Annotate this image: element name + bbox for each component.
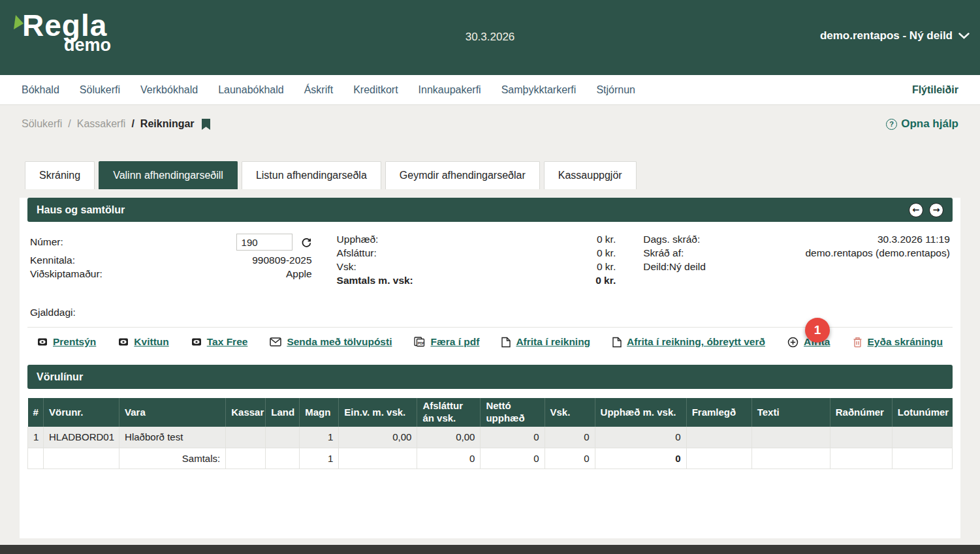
col-kassar[interactable]: Kassar	[226, 398, 266, 427]
totals-netto: 0	[481, 448, 545, 469]
next-record-button[interactable]: →	[929, 203, 943, 217]
nav-item-sampykktarkerfi[interactable]: Samþykktarkerfi	[501, 84, 577, 96]
chevron-down-icon	[958, 29, 970, 42]
totals-row: Samtals: 1 0 0 0 0	[28, 448, 953, 469]
fields-col-middle: Upphæð: 0 kr. Afsláttur: 0 kr. Vsk: 0 kr…	[337, 232, 644, 287]
nav-item-solukerfi[interactable]: Sölukerfi	[80, 84, 120, 96]
tab-valinn-afhendingarsedill[interactable]: Valinn afhendingarseðill	[99, 161, 238, 189]
cell-netto: 0	[481, 427, 545, 448]
receipt-preview-icon	[118, 337, 129, 347]
delete-entry-link[interactable]: Eyða skráningu	[853, 336, 943, 348]
svg-text:PDF: PDF	[418, 341, 424, 345]
print-preview-link[interactable]: Prentsýn	[37, 336, 96, 348]
totals-upphaed: 0	[595, 448, 686, 469]
col-einv[interactable]: Ein.v. m. vsk.	[339, 398, 417, 427]
vat-label: Vsk:	[337, 261, 356, 273]
invoice-card: Haus og samtölur ← → Númer:	[20, 198, 960, 538]
tab-listun-afhendingarsedla[interactable]: Listun afhendingarseðla	[242, 161, 381, 189]
breadcrumb-item-solukerfi[interactable]: Sölukerfi	[22, 118, 62, 130]
col-lotunumer[interactable]: Lotunúmer	[892, 398, 952, 427]
date-registered-value: 30.3.2026 11:19	[877, 234, 950, 245]
cell-afslattur: 0,00	[417, 427, 481, 448]
breadcrumb-separator: /	[125, 118, 140, 130]
col-magn[interactable]: Magn	[300, 398, 339, 427]
col-texti[interactable]: Texti	[751, 398, 830, 427]
nav-item-bokhald[interactable]: Bókhald	[22, 84, 59, 96]
breadcrumb-item-kassakerfi[interactable]: Kassakerfi	[77, 118, 126, 130]
summary-panel-header: Haus og samtölur ← →	[27, 198, 953, 222]
cell-einv: 0,00	[339, 427, 417, 448]
nav-item-launabokhald[interactable]: Launabókhald	[218, 84, 284, 96]
breadcrumb-separator: /	[62, 118, 76, 130]
col-netto[interactable]: Nettó upphæð	[481, 398, 545, 427]
cell-index: 1	[28, 427, 44, 448]
cell-land	[266, 427, 300, 448]
customer-label: Viðskiptamaður:	[30, 268, 103, 280]
col-land[interactable]: Land	[266, 398, 300, 427]
lines-table: # Vörunr. Vara Kassar Land Magn Ein.v. m…	[27, 398, 953, 469]
receipt-link[interactable]: Kvittun	[118, 336, 168, 348]
customer-value: Apple	[286, 268, 312, 280]
lines-table-wrap: # Vörunr. Vara Kassar Land Magn Ein.v. m…	[27, 398, 953, 469]
cell-magn: 1	[300, 427, 339, 448]
main-nav: Bókhald Sölukerfi Verkbókhald Launabókha…	[0, 75, 980, 105]
cell-vara: Hlaðborð test	[119, 427, 226, 448]
refresh-icon[interactable]	[301, 237, 312, 248]
tab-bar: Skráning Valinn afhendingarseðill Listun…	[25, 161, 960, 189]
breadcrumb: Sölukerfi / Kassakerfi / Reikningar ? Op…	[0, 105, 980, 131]
amount-label: Upphæð:	[337, 234, 379, 245]
total-value: 0 kr.	[595, 275, 616, 286]
summary-fields: Númer: Kennitala: 990809-2025 Viðskiptam…	[20, 222, 960, 287]
nav-item-kreditkort[interactable]: Kreditkort	[353, 84, 398, 96]
col-vsk[interactable]: Vsk.	[545, 398, 595, 427]
col-afslattur[interactable]: Afsláttur án vsk.	[417, 398, 481, 427]
tax-free-link[interactable]: Tax Free	[191, 336, 248, 348]
table-row[interactable]: 1 HLADBORD01 Hlaðborð test 1 0,00 0,00 0…	[28, 427, 953, 448]
bookmark-icon[interactable]	[201, 118, 211, 131]
previous-record-button[interactable]: ←	[909, 203, 923, 217]
nav-item-innkaupakerfi[interactable]: Innkaupakerfi	[419, 84, 481, 96]
cell-vorunr: HLADBORD01	[44, 427, 119, 448]
col-framlegd[interactable]: Framlegð	[686, 398, 751, 427]
tax-free-preview-icon	[191, 337, 202, 347]
vat-value: 0 kr.	[597, 261, 616, 273]
lines-panel-title: Vörulínur	[37, 371, 83, 383]
kennitala-value: 990809-2025	[252, 254, 311, 266]
plus-circle-icon	[787, 337, 798, 348]
registered-by-value: demo.rentapos (demo.rentapos)	[805, 247, 949, 259]
registered-by-label: Skráð af:	[643, 247, 684, 259]
open-help-link[interactable]: ? Opna hjálp	[886, 117, 958, 131]
tab-skraning[interactable]: Skráning	[25, 161, 95, 189]
number-input[interactable]	[236, 234, 292, 251]
tab-geymdir-afhendingarsedlar[interactable]: Geymdir afhendingarseðlar	[385, 161, 540, 189]
cell-framlegd	[686, 427, 751, 448]
help-label: Opna hjálp	[901, 117, 958, 131]
footer-strip	[0, 545, 980, 554]
col-vara[interactable]: Vara	[119, 398, 226, 427]
col-vorunr[interactable]: Vörunr.	[44, 398, 119, 427]
totals-label: Samtals:	[119, 448, 226, 469]
nav-item-verkbokhald[interactable]: Verkbókhald	[140, 84, 198, 96]
nav-item-askrift[interactable]: Áskrift	[304, 84, 333, 96]
copy-to-invoice-link[interactable]: Afrita í reikning	[501, 336, 590, 348]
col-radnumer[interactable]: Raðnúmer	[830, 398, 892, 427]
date-registered-label: Dags. skráð:	[643, 234, 700, 245]
cell-upphaed: 0	[595, 427, 686, 448]
copy-to-invoice-fixed-price-link[interactable]: Afrita í reikning, óbreytt verð	[612, 336, 765, 348]
cell-radnumer	[830, 427, 892, 448]
tab-kassauppgjor[interactable]: Kassauppgjör	[544, 161, 637, 189]
nav-item-stjornun[interactable]: Stjórnun	[596, 84, 635, 96]
totals-einv	[339, 448, 417, 469]
cell-vsk: 0	[545, 427, 595, 448]
user-menu-dropdown[interactable]: demo.rentapos - Ný deild	[820, 29, 970, 42]
breadcrumb-item-reikningar: Reikningar	[140, 118, 195, 130]
department-label: Deild:Ný deild	[643, 261, 706, 273]
lines-panel-header: Vörulínur	[27, 365, 953, 389]
export-pdf-link[interactable]: PDF Færa í pdf	[414, 336, 479, 348]
total-label: Samtals m. vsk:	[337, 275, 413, 286]
copy-document-icon	[501, 337, 511, 348]
shortcuts-link[interactable]: Flýtileiðir	[912, 84, 958, 96]
col-index[interactable]: #	[28, 398, 44, 427]
col-upphaed[interactable]: Upphæð m. vsk.	[595, 398, 686, 427]
send-email-link[interactable]: Senda með tölvupósti	[270, 336, 392, 348]
